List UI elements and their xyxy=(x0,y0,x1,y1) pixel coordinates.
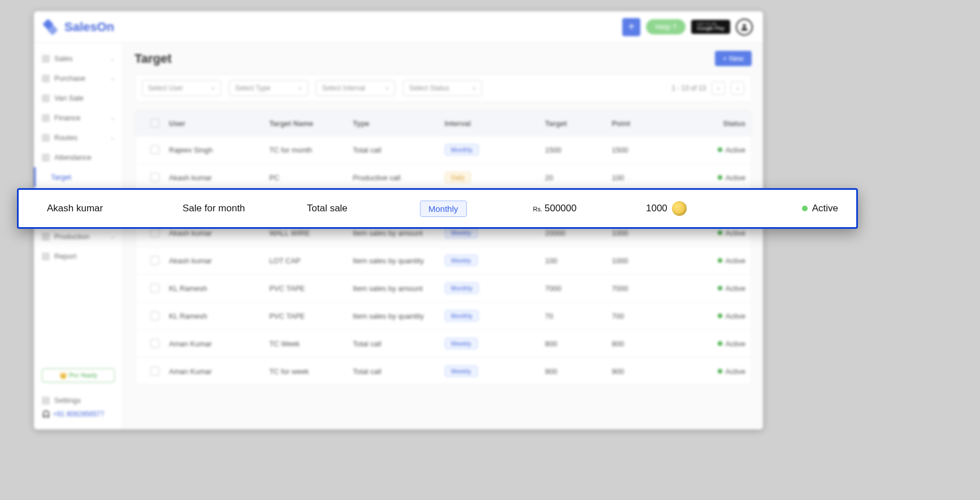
col-point: Point xyxy=(612,119,678,128)
filter-interval-select[interactable]: Select Interval xyxy=(316,80,395,96)
hl-target-value: Rs.500000 xyxy=(533,203,646,214)
table-row[interactable]: KL RameshPVC TAPEItem sales by amountMon… xyxy=(135,274,751,302)
filter-user-select[interactable]: Select User xyxy=(142,80,221,96)
sidebar-item-report[interactable]: Report xyxy=(34,246,123,266)
sidebar-item-van-sale[interactable]: Van Sale xyxy=(34,88,123,108)
headset-icon: 🎧 xyxy=(42,410,50,418)
support-phone[interactable]: 🎧 +91 8092856577 xyxy=(42,410,115,418)
targets-table: User Target Name Type Interval Target Po… xyxy=(135,110,752,385)
gear-icon xyxy=(42,397,50,405)
nav-icon xyxy=(42,253,50,260)
row-checkbox[interactable] xyxy=(150,173,159,182)
table-row[interactable]: Akash kumarPCProductive callDaily20100Ac… xyxy=(135,163,751,191)
new-target-button[interactable]: + New xyxy=(715,51,752,66)
sidebar-item-sales[interactable]: Sales⌄ xyxy=(34,49,123,68)
table-row[interactable]: Aman KumarTC for weekTotal callWeekly900… xyxy=(135,357,751,385)
table-header: User Target Name Type Interval Target Po… xyxy=(135,111,751,136)
status-dot-icon xyxy=(718,314,722,318)
brand-logo-icon xyxy=(44,19,60,35)
sidebar-item-production[interactable]: Production⌄ xyxy=(34,227,123,246)
nav-icon xyxy=(42,55,50,63)
select-all-checkbox[interactable] xyxy=(150,119,159,128)
hl-user: Akash kumar xyxy=(47,203,183,214)
add-button[interactable]: + xyxy=(622,18,640,36)
brand: SalesOn xyxy=(44,19,114,35)
chevron-down-icon: ⌄ xyxy=(110,55,115,62)
col-user: User xyxy=(169,119,269,128)
hl-interval: Monthly xyxy=(420,201,533,217)
interval-badge: Weekly xyxy=(445,255,478,266)
help-button[interactable]: Help ? xyxy=(646,19,686,34)
col-type: Type xyxy=(353,119,445,128)
sidebar-item-settings[interactable]: Settings xyxy=(42,390,115,410)
topbar: SalesOn + Help ? GET IT ON Google Play xyxy=(34,11,763,43)
filter-bar: Select User Select Type Select Interval … xyxy=(135,74,752,102)
hl-type: Total sale xyxy=(307,203,420,214)
sidebar: Sales⌄Purchase⌄Van SaleFinance⌄Routes⌄At… xyxy=(34,43,123,429)
row-checkbox[interactable] xyxy=(150,284,159,293)
prev-page-button[interactable]: ‹ xyxy=(712,81,725,95)
chevron-down-icon: ⌄ xyxy=(110,75,115,81)
nav-icon xyxy=(42,94,50,102)
status-dot-icon xyxy=(718,369,722,373)
filter-type-select[interactable]: Select Type xyxy=(229,80,308,96)
sidebar-item-purchase[interactable]: Purchase⌄ xyxy=(34,68,123,88)
status-dot-icon xyxy=(718,175,722,180)
nav-icon xyxy=(42,75,50,82)
sidebar-item-attendance[interactable]: Attendance xyxy=(34,147,123,167)
nav-icon xyxy=(42,154,50,162)
google-play-button[interactable]: GET IT ON Google Play xyxy=(691,20,730,34)
highlighted-target-row[interactable]: Akash kumar Sale for month Total sale Mo… xyxy=(17,188,858,229)
sidebar-item-finance[interactable]: Finance⌄ xyxy=(34,108,123,128)
row-checkbox[interactable] xyxy=(150,228,159,237)
hl-target-name: Sale for month xyxy=(183,203,307,214)
status-dot-icon xyxy=(802,206,808,211)
chevron-down-icon: ⌄ xyxy=(110,233,115,240)
col-interval: Interval xyxy=(445,119,545,128)
col-target-name: Target Name xyxy=(269,119,353,128)
interval-badge: Monthly xyxy=(420,201,467,217)
interval-badge: Weekly xyxy=(445,366,478,377)
interval-badge: Monthly xyxy=(445,144,479,155)
coin-icon xyxy=(672,201,687,216)
status-dot-icon xyxy=(718,147,722,152)
status-dot-icon xyxy=(718,258,722,263)
sidebar-item-routes[interactable]: Routes⌄ xyxy=(34,128,123,147)
hl-status: Active xyxy=(759,203,838,214)
table-row[interactable]: Akash kumarLOT CAPItem sales by quantity… xyxy=(135,246,751,274)
chevron-down-icon: ⌄ xyxy=(110,115,115,121)
user-avatar-icon[interactable] xyxy=(736,19,753,36)
nav-icon xyxy=(42,134,50,142)
table-row[interactable]: KL RameshPVC TAPEItem sales by quantityM… xyxy=(135,302,751,329)
pro-yearly-badge[interactable]: 👑 Pro Yearly xyxy=(42,368,115,382)
main-content: Target + New Select User Select Type Sel… xyxy=(123,43,763,429)
row-checkbox[interactable] xyxy=(150,256,159,265)
nav-icon xyxy=(42,114,50,122)
col-target: Target xyxy=(545,119,612,128)
interval-badge: Daily xyxy=(445,172,471,183)
filter-status-select[interactable]: Select Status xyxy=(403,80,482,96)
page-title: Target xyxy=(135,51,172,66)
nav-icon xyxy=(42,233,50,241)
status-dot-icon xyxy=(718,286,722,290)
interval-badge: Monthly xyxy=(445,282,479,294)
interval-badge: Weekly xyxy=(445,338,478,349)
row-checkbox[interactable] xyxy=(150,311,159,320)
interval-badge: Weekly xyxy=(445,227,478,238)
svg-point-0 xyxy=(743,24,745,27)
table-row[interactable]: Aman KumarTC WeekTotal callWeekly800800A… xyxy=(135,329,751,357)
col-status: Status xyxy=(679,119,745,128)
row-checkbox[interactable] xyxy=(150,145,159,154)
next-page-button[interactable]: › xyxy=(731,81,744,95)
sidebar-item-target[interactable]: Target xyxy=(34,167,123,187)
table-row[interactable]: Rajeev SinghTC for monthTotal callMonthl… xyxy=(135,136,751,163)
chevron-down-icon: ⌄ xyxy=(110,134,115,141)
page-info: 1 - 13 of 13 xyxy=(671,84,706,92)
status-dot-icon xyxy=(718,341,722,346)
brand-name: SalesOn xyxy=(64,20,114,34)
status-dot-icon xyxy=(718,231,722,235)
row-checkbox[interactable] xyxy=(150,367,159,376)
interval-badge: Monthly xyxy=(445,310,479,321)
hl-point: 1000 xyxy=(646,201,759,216)
row-checkbox[interactable] xyxy=(150,339,159,348)
